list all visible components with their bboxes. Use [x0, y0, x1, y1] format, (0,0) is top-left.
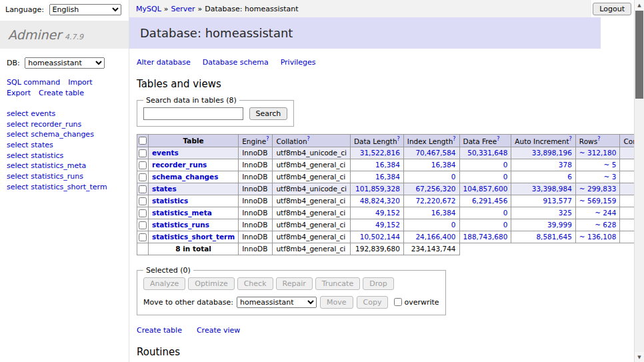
- sidebar-select-recorder-runs[interactable]: select recorder_runs: [7, 120, 81, 129]
- table-name-cell: statistics_meta: [149, 207, 239, 219]
- breadcrumb-separator: »: [198, 5, 203, 13]
- row-checkbox[interactable]: [139, 149, 147, 157]
- sidebar-link-create-table[interactable]: Create table: [39, 88, 84, 99]
- cell-collation: utf8mb4_unicode_ci: [273, 147, 350, 159]
- help-link[interactable]: ?: [597, 136, 600, 142]
- op-drop-button[interactable]: Drop: [363, 277, 393, 290]
- cell-index-length: 72,220,672: [403, 195, 459, 207]
- column-header-data-free: Data Free?: [459, 135, 511, 147]
- sidebar-select-statistics-meta[interactable]: select statistics_meta: [7, 161, 86, 170]
- table-name-link-schema-changes[interactable]: schema_changes: [152, 173, 219, 181]
- sidebar-table-item: select schema_changes: [7, 129, 122, 140]
- table-name-link-events[interactable]: events: [152, 149, 179, 157]
- main-area: MySQL»Server»Database: homeassistant Log…: [129, 0, 634, 362]
- row-checkbox[interactable]: [139, 209, 147, 217]
- sidebar-link-import[interactable]: Import: [68, 77, 93, 88]
- cell-auto-increment: 325: [511, 207, 576, 219]
- table-name-link-recorder-runs[interactable]: recorder_runs: [152, 161, 207, 169]
- column-header-data-length: Data Length?: [350, 135, 403, 147]
- cell-engine: InnoDB: [239, 159, 273, 171]
- scrollbar-thumb[interactable]: [635, 11, 643, 99]
- row-checkbox[interactable]: [139, 233, 147, 241]
- op-check-button[interactable]: Check: [237, 277, 273, 290]
- sidebar-select-statistics-runs[interactable]: select statistics_runs: [7, 172, 83, 181]
- table-name-link-statistics-runs[interactable]: statistics_runs: [152, 221, 209, 229]
- help-link[interactable]: ?: [307, 136, 310, 142]
- create-table-link[interactable]: Create table: [137, 326, 182, 335]
- help-link[interactable]: ?: [453, 136, 455, 142]
- vertical-scrollbar[interactable]: ▲ ▼: [634, 0, 644, 362]
- cell-rows: ~ 244: [575, 207, 620, 219]
- help-link[interactable]: ?: [266, 136, 269, 142]
- cell-engine: InnoDB: [239, 195, 273, 207]
- scroll-down-arrow-icon[interactable]: ▼: [635, 352, 644, 362]
- table-name-cell: statistics: [149, 195, 239, 207]
- scroll-up-arrow-icon[interactable]: ▲: [635, 0, 644, 10]
- cell-data-free: 0: [459, 171, 511, 183]
- cell-rows: ~ 299,833: [575, 183, 620, 195]
- move-button[interactable]: Move: [320, 296, 353, 309]
- cell-data-length: 101,859,328: [350, 183, 403, 195]
- table-name-link-states[interactable]: states: [152, 185, 177, 193]
- row-checkbox[interactable]: [139, 221, 147, 229]
- copy-button[interactable]: Copy: [357, 296, 389, 309]
- search-button[interactable]: Search: [249, 107, 288, 120]
- move-db-select[interactable]: homeassistant: [237, 297, 317, 308]
- cell-engine: InnoDB: [239, 147, 273, 159]
- row-check-cell: [137, 159, 149, 171]
- cell-index-length: 16,384: [403, 207, 459, 219]
- row-checkbox[interactable]: [139, 173, 147, 181]
- table-name-link-statistics[interactable]: statistics: [152, 197, 188, 205]
- op-analyze-button[interactable]: Analyze: [143, 277, 185, 290]
- row-checkbox[interactable]: [139, 197, 147, 205]
- cell-auto-increment: 378: [511, 159, 576, 171]
- sidebar-select-statistics[interactable]: select statistics: [7, 151, 63, 160]
- breadcrumb-mysql[interactable]: MySQL: [136, 5, 161, 13]
- sidebar-select-statistics-short-term[interactable]: select statistics_short_term: [7, 183, 107, 191]
- breadcrumb-server[interactable]: Server: [171, 5, 195, 13]
- help-link[interactable]: ?: [497, 136, 499, 142]
- op-optimize-button[interactable]: Optimize: [188, 277, 234, 290]
- sidebar-link-sql-command[interactable]: SQL command: [7, 77, 60, 88]
- table-row-schema-changes: schema_changesInnoDButf8mb4_general_ci16…: [137, 171, 644, 183]
- cell-data-length: 31,522,816: [350, 147, 403, 159]
- logout-button[interactable]: Logout: [593, 3, 631, 15]
- cell-data-length: 16,384: [350, 171, 403, 183]
- sidebar-select-schema-changes[interactable]: select schema_changes: [7, 130, 94, 139]
- op-truncate-button[interactable]: Truncate: [315, 277, 360, 290]
- table-name-link-statistics-short-term[interactable]: statistics_short_term: [152, 233, 235, 241]
- cell-auto-increment: 8,581,645: [511, 231, 576, 243]
- action-database-schema[interactable]: Database schema: [203, 58, 269, 67]
- cell-rows: ~ 5: [575, 159, 620, 171]
- table-row-statistics-runs: statistics_runsInnoDButf8mb4_general_ci4…: [137, 219, 644, 231]
- db-select[interactable]: homeassistant: [25, 57, 105, 69]
- sidebar-select-events[interactable]: select events: [7, 109, 55, 118]
- help-link[interactable]: ?: [569, 136, 572, 142]
- op-repair-button[interactable]: Repair: [276, 277, 313, 290]
- row-checkbox[interactable]: [139, 161, 147, 169]
- sidebar-select-states[interactable]: select states: [7, 141, 53, 149]
- overwrite-checkbox[interactable]: [394, 298, 402, 306]
- table-name-cell: events: [149, 147, 239, 159]
- language-label: Language:: [5, 5, 44, 14]
- help-link[interactable]: ?: [397, 136, 400, 142]
- cell-engine: InnoDB: [239, 183, 273, 195]
- check-all-cell: [137, 135, 149, 147]
- column-header-label: Collation: [276, 137, 307, 145]
- row-checkbox[interactable]: [139, 185, 147, 193]
- table-name-link-statistics-meta[interactable]: statistics_meta: [152, 209, 212, 217]
- cell-collation: utf8mb4_general_ci: [273, 171, 350, 183]
- action-alter-database[interactable]: Alter database: [137, 58, 191, 67]
- sidebar-table-item: select states: [7, 140, 122, 151]
- sidebar-link-export[interactable]: Export: [7, 88, 31, 99]
- action-privileges[interactable]: Privileges: [281, 58, 316, 67]
- search-input[interactable]: [143, 107, 243, 120]
- create-links: Create tableCreate view: [137, 326, 601, 335]
- language-select[interactable]: English: [49, 4, 121, 15]
- create-view-link[interactable]: Create view: [197, 326, 240, 335]
- top-strip: MySQL»Server»Database: homeassistant Log…: [129, 0, 634, 17]
- row-check-cell: [137, 207, 149, 219]
- cell-data-free: 188,743,680: [459, 231, 511, 243]
- sidebar-table-item: select statistics_short_term: [7, 182, 122, 193]
- check-all-checkbox[interactable]: [139, 137, 147, 145]
